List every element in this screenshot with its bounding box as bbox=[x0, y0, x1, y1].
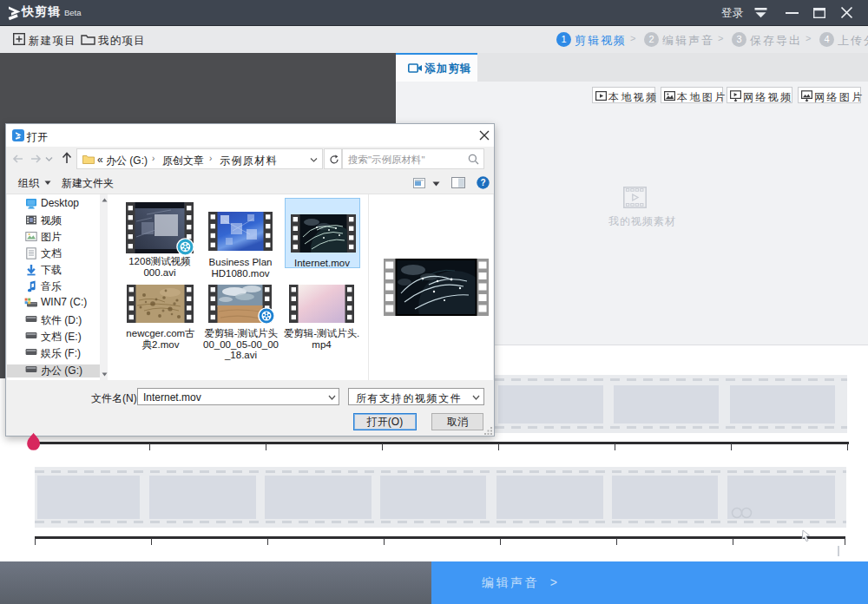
svg-text:?: ? bbox=[480, 178, 485, 187]
